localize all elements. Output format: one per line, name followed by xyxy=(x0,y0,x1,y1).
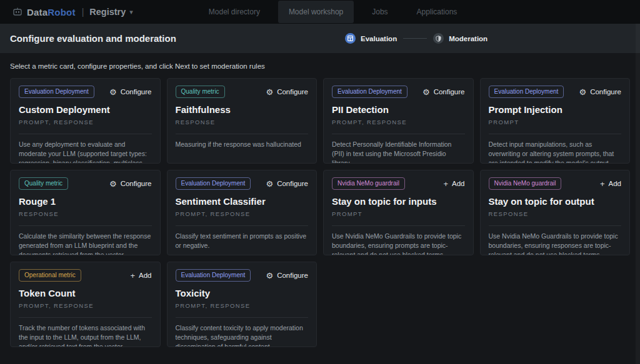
metric-card[interactable]: Operational metric + Add Token Count PRO… xyxy=(10,262,161,347)
step-evaluation-label: Evaluation xyxy=(361,35,397,42)
metric-title: Stay on topic for inputs xyxy=(332,196,465,207)
metric-applies-to: PROMPT xyxy=(332,210,465,217)
wizard-stepper: Evaluation Moderation xyxy=(345,24,488,53)
metric-card[interactable]: Evaluation Deployment ⚙ Configure Prompt… xyxy=(480,78,631,164)
metric-description: Detect Personally Identifiable Informati… xyxy=(332,140,465,164)
metric-description: Track the number of tokens associated wi… xyxy=(19,323,152,347)
metric-card[interactable]: Nvidia NeMo guardrail + Add Stay on topi… xyxy=(480,170,631,255)
metric-card-grid: Evaluation Deployment ⚙ Configure Custom… xyxy=(0,78,640,347)
metric-card[interactable]: Quality metric ⚙ Configure Faithfulness … xyxy=(167,78,318,164)
metric-applies-to: PROMPT, RESPONSE xyxy=(176,302,309,309)
card-divider xyxy=(176,225,309,226)
metric-applies-to: RESPONSE xyxy=(176,119,309,125)
card-top-row: Evaluation Deployment ⚙ Configure xyxy=(176,269,309,282)
metric-description: Classify text sentiment in prompts as po… xyxy=(176,232,309,250)
brand-separator: | xyxy=(82,7,84,17)
metric-title: PII Detection xyxy=(332,104,465,115)
registry-dropdown[interactable]: Registry ▾ xyxy=(89,7,133,17)
card-divider xyxy=(19,134,152,134)
shield-icon xyxy=(433,33,444,44)
card-top-row: Nvidia NeMo guardrail + Add xyxy=(332,177,465,190)
metric-card[interactable]: Quality metric ⚙ Configure Rouge 1 RESPO… xyxy=(10,170,161,255)
page-header: Configure evaluation and moderation Eval… xyxy=(0,24,640,53)
content-area: Select a metric card, configure properti… xyxy=(0,53,640,347)
card-action-button[interactable]: ⚙ Configure xyxy=(266,272,308,280)
metric-card[interactable]: Evaluation Deployment ⚙ Configure Custom… xyxy=(10,78,161,164)
card-action-button[interactable]: + Add xyxy=(130,272,151,280)
datarobot-robot-icon xyxy=(12,7,22,16)
brand-wordmark: DataRobot xyxy=(27,7,76,17)
card-action-button[interactable]: + Add xyxy=(600,180,621,188)
gear-icon: ⚙ xyxy=(266,180,273,188)
card-action-button[interactable]: + Add xyxy=(443,180,464,188)
card-action-button[interactable]: ⚙ Configure xyxy=(579,88,621,96)
metric-description: Measuring if the response was hallucinat… xyxy=(176,140,309,149)
step-moderation-label: Moderation xyxy=(449,35,488,42)
metric-card[interactable]: Nvidia NeMo guardrail + Add Stay on topi… xyxy=(323,170,474,255)
metric-applies-to: PROMPT, RESPONSE xyxy=(19,302,152,309)
metric-card[interactable]: Evaluation Deployment ⚙ Configure Toxici… xyxy=(167,262,318,347)
metric-applies-to: PROMPT, RESPONSE xyxy=(332,119,465,125)
metric-description: Detect input manipulations, such as over… xyxy=(489,140,622,164)
metric-description: Use Nvidia NeMo Guardrails to provide to… xyxy=(332,232,465,255)
step-connector xyxy=(403,38,427,39)
card-top-row: Quality metric ⚙ Configure xyxy=(19,177,152,190)
nav-item-jobs[interactable]: Jobs xyxy=(361,1,398,23)
gear-icon: ⚙ xyxy=(266,272,273,280)
metric-type-badge: Evaluation Deployment xyxy=(332,86,408,98)
metric-description: Use Nvidia NeMo Guardrails to provide to… xyxy=(489,232,622,255)
card-action-button[interactable]: ⚙ Configure xyxy=(422,88,465,96)
metric-description: Use any deployment to evaluate and moder… xyxy=(19,140,152,164)
metric-card[interactable]: Evaluation Deployment ⚙ Configure Sentim… xyxy=(167,170,318,255)
gear-icon: ⚙ xyxy=(266,88,273,96)
metric-type-badge: Evaluation Deployment xyxy=(176,177,251,190)
card-divider xyxy=(176,134,309,134)
metric-card[interactable]: Evaluation Deployment ⚙ Configure PII De… xyxy=(323,78,474,164)
metric-type-badge: Nvidia NeMo guardrail xyxy=(489,177,562,190)
nav-items: Model directory Model workshop Jobs Appl… xyxy=(198,1,468,23)
card-action-button[interactable]: ⚙ Configure xyxy=(109,180,152,188)
metric-applies-to: RESPONSE xyxy=(19,210,152,217)
metric-applies-to: PROMPT, RESPONSE xyxy=(176,210,309,217)
nav-item-model-directory[interactable]: Model directory xyxy=(198,1,271,23)
vertical-scrollbar[interactable] xyxy=(636,24,640,364)
card-action-button[interactable]: ⚙ Configure xyxy=(266,88,308,96)
metric-type-badge: Evaluation Deployment xyxy=(176,269,251,282)
datarobot-brand[interactable]: DataRobot xyxy=(12,7,76,17)
top-navigation-bar: DataRobot | Registry ▾ Model directory M… xyxy=(0,0,640,24)
card-top-row: Quality metric ⚙ Configure xyxy=(176,86,309,98)
metric-type-badge: Nvidia NeMo guardrail xyxy=(332,177,405,190)
card-divider xyxy=(19,317,152,318)
metric-title: Faithfulness xyxy=(176,104,309,115)
metric-title: Custom Deployment xyxy=(19,104,152,115)
card-top-row: Nvidia NeMo guardrail + Add xyxy=(489,177,622,190)
card-divider xyxy=(19,225,152,226)
card-action-button[interactable]: ⚙ Configure xyxy=(266,180,308,188)
card-top-row: Operational metric + Add xyxy=(19,269,152,282)
metric-title: Token Count xyxy=(19,288,152,298)
nav-item-model-workshop[interactable]: Model workshop xyxy=(278,1,354,23)
table-grid-icon xyxy=(345,33,356,44)
metric-title: Rouge 1 xyxy=(19,196,152,207)
plus-icon: + xyxy=(600,180,605,188)
step-evaluation[interactable]: Evaluation xyxy=(345,33,397,44)
card-divider xyxy=(332,225,465,226)
metric-title: Sentiment Classifier xyxy=(176,196,309,207)
gear-icon: ⚙ xyxy=(109,88,117,96)
card-action-button[interactable]: ⚙ Configure xyxy=(109,88,152,96)
step-moderation[interactable]: Moderation xyxy=(433,33,488,44)
plus-icon: + xyxy=(443,180,448,188)
plus-icon: + xyxy=(130,272,135,280)
card-top-row: Evaluation Deployment ⚙ Configure xyxy=(332,86,465,98)
card-divider xyxy=(176,317,309,318)
metric-applies-to: PROMPT, RESPONSE xyxy=(19,119,152,125)
metric-type-badge: Evaluation Deployment xyxy=(489,86,564,98)
card-divider xyxy=(489,225,622,226)
metric-type-badge: Evaluation Deployment xyxy=(19,86,94,98)
gear-icon: ⚙ xyxy=(422,88,430,96)
metric-applies-to: PROMPT xyxy=(489,119,622,125)
metric-type-badge: Quality metric xyxy=(176,86,225,98)
nav-item-applications[interactable]: Applications xyxy=(406,1,468,23)
metric-applies-to: RESPONSE xyxy=(489,210,622,217)
metric-description: Classify content toxicity to apply moder… xyxy=(176,323,309,347)
